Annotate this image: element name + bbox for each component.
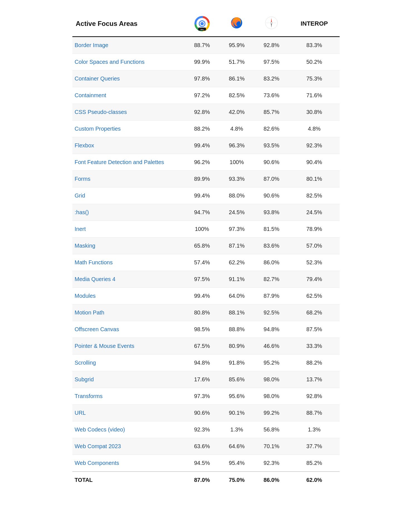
safari-value: 87.0%	[254, 171, 289, 187]
chrome-value: 80.8%	[185, 304, 219, 321]
chrome-value: 97.2%	[185, 87, 219, 104]
safari-value: 98.0%	[254, 371, 289, 388]
safari-value: 90.6%	[254, 154, 289, 171]
safari-value: 70.1%	[254, 438, 289, 455]
safari-value: 98.0%	[254, 388, 289, 405]
feature-name[interactable]: CSS Pseudo-classes	[72, 104, 185, 121]
chrome-value: 65.8%	[185, 238, 219, 254]
interop-value: 13.7%	[289, 371, 340, 388]
feature-name[interactable]: Motion Path	[72, 304, 185, 321]
feature-name[interactable]: Containment	[72, 87, 185, 104]
interop-value: 79.4%	[289, 271, 340, 288]
table-row: Masking65.8%87.1%83.6%57.0%	[72, 238, 340, 254]
safari-value: 95.2%	[254, 355, 289, 371]
safari-value: 94.8%	[254, 321, 289, 338]
interop-value: 75.3%	[289, 70, 340, 87]
firefox-value: 62.2%	[219, 254, 254, 271]
chrome-value: 99.4%	[185, 288, 219, 304]
chrome-value: 92.8%	[185, 104, 219, 121]
feature-name[interactable]: Web Components	[72, 455, 185, 472]
firefox-value: 93.3%	[219, 171, 254, 187]
feature-name[interactable]: Web Codecs (video)	[72, 421, 185, 438]
chrome-value: 92.3%	[185, 421, 219, 438]
table-row: Web Components94.5%95.4%92.3%85.2%	[72, 455, 340, 472]
feature-name[interactable]: Scrolling	[72, 355, 185, 371]
interop-value: 87.5%	[289, 321, 340, 338]
interop-value: 62.5%	[289, 288, 340, 304]
feature-name[interactable]: Web Compat 2023	[72, 438, 185, 455]
total-label: TOTAL	[72, 472, 185, 488]
safari-icon	[264, 16, 279, 30]
firefox-value: 87.1%	[219, 238, 254, 254]
interop-value: 50.2%	[289, 54, 340, 70]
interop-value: 1.3%	[289, 421, 340, 438]
feature-name[interactable]: Media Queries 4	[72, 271, 185, 288]
table-row: Media Queries 497.5%91.1%82.7%79.4%	[72, 271, 340, 288]
feature-name[interactable]: Grid	[72, 187, 185, 204]
table-row: Subgrid17.6%85.6%98.0%13.7%	[72, 371, 340, 388]
feature-name[interactable]: Math Functions	[72, 254, 185, 271]
table-row: Transforms97.3%95.6%98.0%92.8%	[72, 388, 340, 405]
chrome-value: 17.6%	[185, 371, 219, 388]
feature-name[interactable]: Inert	[72, 221, 185, 238]
safari-value: 82.7%	[254, 271, 289, 288]
table-row: URL90.6%90.1%99.2%88.7%	[72, 405, 340, 421]
table-row: Containment97.2%82.5%73.6%71.6%	[72, 87, 340, 104]
interop-value: 52.3%	[289, 254, 340, 271]
interop-value: 80.1%	[289, 171, 340, 187]
safari-value: 87.9%	[254, 288, 289, 304]
feature-name[interactable]: URL	[72, 405, 185, 421]
feature-name[interactable]: :has()	[72, 204, 185, 221]
chrome-value: 98.5%	[185, 321, 219, 338]
table-row: Container Queries97.8%86.1%83.2%75.3%	[72, 70, 340, 87]
table-row: Offscreen Canvas98.5%88.8%94.8%87.5%	[72, 321, 340, 338]
chrome-value: 97.5%	[185, 271, 219, 288]
feature-name[interactable]: Offscreen Canvas	[72, 321, 185, 338]
feature-name[interactable]: Border Image	[72, 37, 185, 54]
feature-name[interactable]: Transforms	[72, 388, 185, 405]
chrome-icon-container: Dev	[188, 16, 216, 31]
table-row: Math Functions57.4%62.2%86.0%52.3%	[72, 254, 340, 271]
feature-name[interactable]: Subgrid	[72, 371, 185, 388]
feature-name[interactable]: Forms	[72, 171, 185, 187]
interop-value: 24.5%	[289, 204, 340, 221]
table-row: Font Feature Detection and Palettes96.2%…	[72, 154, 340, 171]
chrome-value: 94.8%	[185, 355, 219, 371]
svg-point-3	[200, 22, 204, 25]
table-row: Modules99.4%64.0%87.9%62.5%	[72, 288, 340, 304]
safari-value: 46.6%	[254, 338, 289, 355]
main-container: Active Focus Areas	[72, 11, 340, 488]
feature-name[interactable]: Flexbox	[72, 137, 185, 154]
feature-name[interactable]: Pointer & Mouse Events	[72, 338, 185, 355]
feature-name[interactable]: Color Spaces and Functions	[72, 54, 185, 70]
feature-name[interactable]: Masking	[72, 238, 185, 254]
svg-point-13	[271, 22, 272, 24]
safari-value: 86.0%	[254, 254, 289, 271]
firefox-value: 90.1%	[219, 405, 254, 421]
interop-value: 4.8%	[289, 121, 340, 137]
safari-value: 83.2%	[254, 70, 289, 87]
feature-name[interactable]: Modules	[72, 288, 185, 304]
chrome-value: 94.7%	[185, 204, 219, 221]
chrome-value: 97.3%	[185, 388, 219, 405]
feature-name[interactable]: Custom Properties	[72, 121, 185, 137]
firefox-value: 82.5%	[219, 87, 254, 104]
firefox-value: 91.1%	[219, 271, 254, 288]
chrome-value: 94.5%	[185, 455, 219, 472]
feature-name[interactable]: Font Feature Detection and Palettes	[72, 154, 185, 171]
firefox-value: 96.3%	[219, 137, 254, 154]
chrome-value: 99.9%	[185, 54, 219, 70]
header-interop-label: INTEROP	[301, 20, 328, 27]
firefox-value: 64.0%	[219, 288, 254, 304]
firefox-value: 86.1%	[219, 70, 254, 87]
chrome-value: 89.9%	[185, 171, 219, 187]
firefox-value: 88.0%	[219, 187, 254, 204]
feature-name[interactable]: Container Queries	[72, 70, 185, 87]
firefox-value: 95.9%	[219, 37, 254, 54]
table-header-row: Active Focus Areas	[72, 11, 340, 37]
table-row: Motion Path80.8%88.1%92.5%68.2%	[72, 304, 340, 321]
interop-value: 78.9%	[289, 221, 340, 238]
safari-value: 93.5%	[254, 137, 289, 154]
chrome-value: 96.2%	[185, 154, 219, 171]
total-interop: 62.0%	[289, 472, 340, 488]
